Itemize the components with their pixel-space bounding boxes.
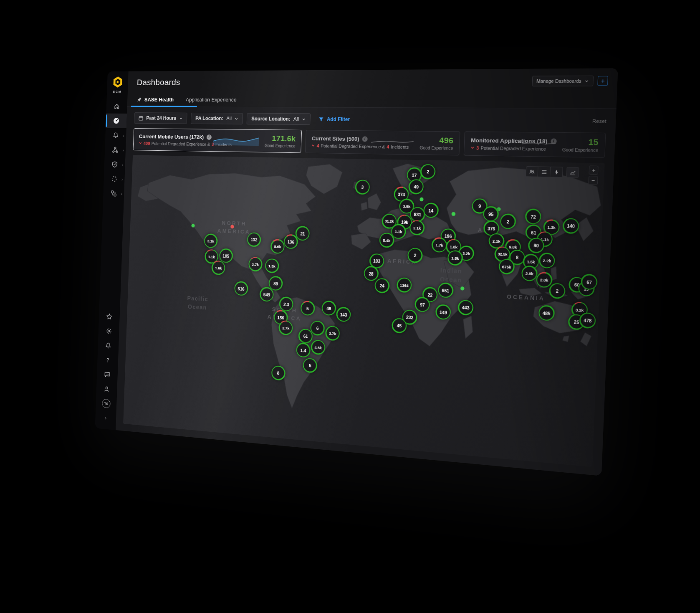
- chevron-right-icon: ›: [123, 133, 124, 137]
- sparkline: [521, 139, 556, 150]
- manage-dashboards-label: Manage Dashboards: [536, 78, 581, 84]
- map-users-view-button[interactable]: [526, 166, 538, 177]
- network-icon: [112, 147, 118, 153]
- source-location-dropdown[interactable]: Source Location: All: [247, 113, 311, 125]
- pa-location-value: All: [226, 116, 232, 122]
- source-location-label: Source Location:: [251, 116, 291, 122]
- pin-icon: [137, 97, 142, 102]
- time-range-value: Past 24 Hours: [146, 115, 176, 121]
- caret-down-icon: [139, 141, 142, 145]
- add-dashboard-button[interactable]: +: [597, 76, 608, 86]
- map-zoom-controls: + −: [588, 166, 598, 185]
- chevron-down-icon: [302, 117, 306, 121]
- chat-icon: [104, 371, 110, 378]
- map-chart-view-button[interactable]: [566, 167, 579, 178]
- bell-icon: [105, 342, 111, 349]
- sidebar-item-user[interactable]: [96, 381, 117, 397]
- tab-sase-health[interactable]: SASE Health: [136, 94, 175, 107]
- sidebar-item-settings[interactable]: [98, 323, 119, 339]
- degraded-text: Potential Degraded Experience &: [152, 141, 210, 146]
- sidebar-item-notifications[interactable]: [98, 338, 119, 354]
- kpi-card-monitored-applications[interactable]: Monitored Applications (18) i 3 Potentia…: [464, 132, 606, 158]
- app-logo[interactable]: SCM: [112, 76, 124, 94]
- chevron-down-icon: [584, 79, 589, 83]
- sidebar-item-help[interactable]: [97, 352, 119, 368]
- degraded-count: 4: [317, 143, 319, 148]
- dashboard-content: Past 24 Hours PA Location: All Source Lo…: [116, 107, 616, 476]
- app-header: Dashboards Manage Dashboards +: [128, 68, 618, 93]
- kpi-title: Current Mobile Users (172k): [139, 133, 204, 140]
- sidebar-collapse[interactable]: ›: [95, 410, 116, 426]
- kpi-value-label: Good Experience: [265, 143, 296, 148]
- degraded-count: 3: [476, 145, 479, 151]
- sidebar-avatar[interactable]: TS: [96, 395, 117, 412]
- sidebar-item-workflows[interactable]: ›: [103, 186, 124, 201]
- shield-icon: [111, 161, 118, 168]
- world-continents: [123, 155, 604, 467]
- kpi-title: Current Sites (500): [312, 135, 359, 142]
- time-range-dropdown[interactable]: Past 24 Hours: [134, 112, 187, 124]
- main-area: Dashboards Manage Dashboards + SASE Heal…: [116, 68, 618, 476]
- tab-application-experience[interactable]: Application Experience: [185, 94, 238, 107]
- star-icon: [106, 313, 112, 320]
- sidebar-bottom: TS ›: [95, 309, 120, 426]
- info-icon[interactable]: i: [362, 136, 367, 142]
- info-icon[interactable]: i: [206, 134, 211, 140]
- home-icon: [114, 103, 120, 109]
- kpi-subtext: 3 Potential Degraded Experience: [470, 145, 515, 151]
- chart-line-icon: [570, 170, 576, 175]
- kpi-value-label: Good Experience: [562, 147, 599, 153]
- gear-icon: [106, 327, 112, 334]
- sidebar-item-home[interactable]: [106, 99, 127, 114]
- page-title: Dashboards: [136, 77, 180, 87]
- sidebar-item-favorites[interactable]: [99, 309, 120, 324]
- dashboards-icon: [113, 117, 119, 124]
- sidebar-item-chat[interactable]: [97, 367, 118, 383]
- world-map[interactable]: NORTH AMERICAPacific OceanSOUTH AMERICAA…: [123, 155, 604, 467]
- kpi-value: 171.6k: [265, 134, 296, 144]
- chevron-right-icon: ›: [121, 192, 122, 196]
- chevron-down-icon: [235, 117, 238, 121]
- kpi-card-current-mobile-users[interactable]: Current Mobile Users (172k) i 400 Potent…: [133, 128, 302, 153]
- tab-label: SASE Health: [144, 96, 174, 102]
- sidebar-item-security[interactable]: ›: [104, 157, 125, 172]
- sidebar-item-network[interactable]: ›: [105, 142, 126, 157]
- collapse-icon: ›: [105, 415, 106, 421]
- calendar-icon: [139, 115, 144, 120]
- reset-button[interactable]: Reset: [592, 118, 606, 124]
- sidebar-item-alerts[interactable]: ›: [105, 128, 126, 142]
- scene: SCM › › › › ›: [81, 70, 596, 451]
- kpi-value-label: Good Experience: [419, 145, 453, 150]
- list-icon: [541, 169, 547, 175]
- zoom-in-button[interactable]: +: [589, 166, 598, 175]
- sparkline: [370, 137, 414, 149]
- map-list-view-button[interactable]: [538, 167, 551, 177]
- chevron-right-icon: ›: [121, 177, 123, 181]
- sidebar-item-dashboards[interactable]: [106, 114, 127, 128]
- user-icon: [104, 385, 110, 393]
- degraded-count: 400: [144, 141, 150, 146]
- add-filter-label: Add Filter: [327, 117, 350, 122]
- canvas: SCM › › › › ›: [0, 0, 700, 613]
- map-view-controls: [526, 166, 579, 178]
- bell-alert-icon: [113, 132, 119, 139]
- avatar: TS: [102, 399, 111, 408]
- chevron-right-icon: ›: [122, 148, 124, 152]
- source-location-value: All: [293, 116, 299, 122]
- pa-location-dropdown[interactable]: PA Location: All: [191, 113, 243, 124]
- kpi-card-current-sites[interactable]: Current Sites (500) i 4 Potential Degrad…: [305, 130, 460, 155]
- tab-bar: SASE Health Application Experience: [127, 94, 617, 109]
- sidebar-item-insights[interactable]: ›: [104, 172, 125, 187]
- insights-icon: [111, 175, 117, 182]
- manage-dashboards-button[interactable]: Manage Dashboards: [532, 76, 594, 86]
- chevron-right-icon: ›: [122, 162, 123, 167]
- caret-down-icon: [311, 144, 315, 147]
- map-events-view-button[interactable]: [550, 167, 563, 177]
- sparkline: [212, 135, 260, 146]
- logo-text: SCM: [113, 90, 122, 93]
- add-filter-button[interactable]: Add Filter: [318, 116, 350, 122]
- kpi-row: Current Mobile Users (172k) i 400 Potent…: [133, 128, 606, 158]
- kpi-subtext: 400 Potential Degraded Experience & 3 In…: [139, 141, 207, 147]
- zoom-out-button[interactable]: −: [588, 176, 598, 185]
- workflows-icon: [111, 190, 117, 197]
